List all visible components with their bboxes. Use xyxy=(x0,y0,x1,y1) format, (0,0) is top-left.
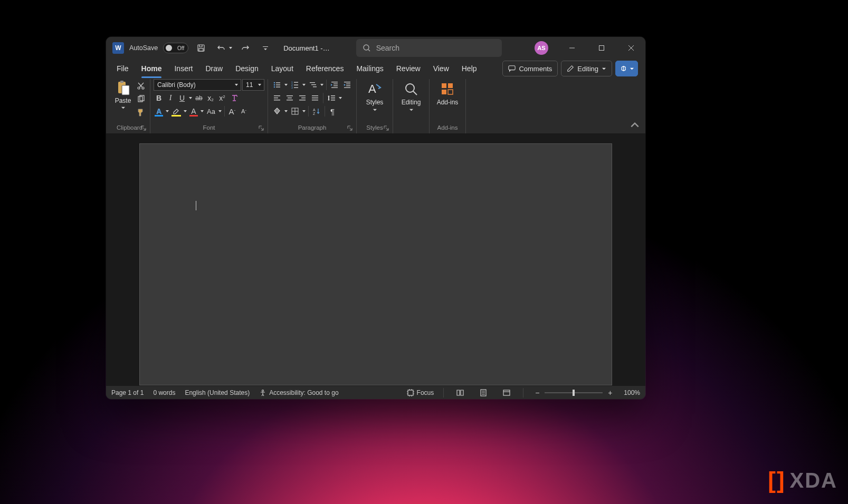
clear-formatting-button[interactable] xyxy=(228,92,240,104)
tab-references[interactable]: References xyxy=(300,59,350,78)
decrease-indent-button[interactable] xyxy=(329,79,340,91)
editing-mode-button[interactable]: Editing xyxy=(561,61,612,76)
underline-button[interactable]: U xyxy=(177,92,187,104)
zoom-thumb[interactable] xyxy=(573,390,575,396)
font-size-select[interactable]: 11 xyxy=(242,79,264,91)
multilevel-dropdown[interactable] xyxy=(320,84,324,86)
share-button[interactable] xyxy=(615,61,638,76)
zoom-out-button[interactable]: − xyxy=(533,389,541,397)
numbering-dropdown[interactable] xyxy=(302,84,306,86)
italic-button[interactable]: I xyxy=(165,92,176,104)
copy-button[interactable] xyxy=(135,93,147,105)
format-painter-button[interactable] xyxy=(135,106,147,118)
underline-dropdown[interactable] xyxy=(188,97,193,99)
svg-rect-25 xyxy=(311,84,316,85)
qat-customize-button[interactable] xyxy=(258,41,273,55)
tab-view[interactable]: View xyxy=(427,59,455,78)
tab-help[interactable]: Help xyxy=(455,59,483,78)
multilevel-button[interactable] xyxy=(307,79,319,91)
tab-review[interactable]: Review xyxy=(390,59,427,78)
subscript-button[interactable]: x2 xyxy=(205,92,216,104)
autosave-toggle[interactable]: Off xyxy=(163,43,188,53)
svg-rect-38 xyxy=(287,95,293,96)
svg-rect-21 xyxy=(294,85,298,85)
redo-button[interactable] xyxy=(238,41,253,55)
align-left-button[interactable] xyxy=(271,92,283,104)
tab-design[interactable]: Design xyxy=(229,59,265,78)
cut-button[interactable] xyxy=(135,80,147,92)
zoom-slider[interactable] xyxy=(545,392,603,393)
tab-file[interactable]: File xyxy=(110,59,135,78)
borders-button[interactable] xyxy=(289,105,301,117)
highlight-button[interactable] xyxy=(170,105,182,117)
tab-insert[interactable]: Insert xyxy=(168,59,199,78)
tab-draw[interactable]: Draw xyxy=(199,59,229,78)
superscript-button[interactable]: x2 xyxy=(217,92,227,104)
increase-indent-button[interactable] xyxy=(341,79,353,91)
tab-home[interactable]: Home xyxy=(135,59,168,78)
grow-font-button[interactable]: Aˇ xyxy=(227,105,237,117)
text-effects-dropdown[interactable] xyxy=(165,110,169,112)
highlight-dropdown[interactable] xyxy=(183,110,187,112)
styles-button[interactable]: A Styles xyxy=(360,79,389,114)
align-right-button[interactable] xyxy=(297,92,308,104)
svg-rect-3 xyxy=(599,46,604,51)
shading-button[interactable] xyxy=(271,105,283,117)
read-mode-button[interactable] xyxy=(453,387,467,398)
user-avatar[interactable]: AS xyxy=(535,41,548,55)
change-case-dropdown[interactable] xyxy=(218,110,222,112)
clipboard-launcher[interactable] xyxy=(140,125,147,131)
editing-button[interactable]: Editing xyxy=(396,79,426,114)
font-color-button[interactable]: A xyxy=(188,105,199,117)
zoom-level[interactable]: 100% xyxy=(624,389,640,396)
document-page[interactable] xyxy=(139,143,612,385)
shading-dropdown[interactable] xyxy=(284,110,288,112)
bullets-dropdown[interactable] xyxy=(284,84,288,86)
change-case-button[interactable]: Aa xyxy=(205,105,217,117)
undo-dropdown[interactable] xyxy=(228,47,233,49)
print-layout-button[interactable] xyxy=(477,387,490,398)
document-title[interactable]: Document1 -… xyxy=(283,44,329,52)
status-words[interactable]: 0 words xyxy=(153,389,175,396)
line-spacing-button[interactable] xyxy=(326,92,337,104)
xda-logo-icon: [] xyxy=(768,467,785,493)
comments-button[interactable]: Comments xyxy=(502,61,558,76)
shrink-font-button[interactable]: Aˇ xyxy=(239,105,249,117)
line-spacing-dropdown[interactable] xyxy=(338,97,342,99)
font-launcher[interactable] xyxy=(258,125,264,131)
status-page[interactable]: Page 1 of 1 xyxy=(111,389,144,396)
search-box[interactable]: Search xyxy=(356,39,502,57)
justify-button[interactable] xyxy=(309,92,321,104)
zoom-in-button[interactable]: + xyxy=(606,389,614,397)
addins-button[interactable]: Add-ins xyxy=(433,79,462,108)
paragraph-group-label: Paragraph xyxy=(298,124,327,131)
text-effects-button[interactable]: A xyxy=(154,105,164,117)
tab-layout[interactable]: Layout xyxy=(265,59,300,78)
svg-rect-33 xyxy=(346,85,350,86)
styles-icon: A xyxy=(367,81,383,97)
bold-button[interactable]: B xyxy=(154,92,164,104)
maximize-button[interactable] xyxy=(589,37,614,59)
font-name-select[interactable]: Calibri (Body) xyxy=(154,79,241,91)
status-language[interactable]: English (United States) xyxy=(185,389,250,396)
web-layout-button[interactable] xyxy=(500,387,513,398)
strikethrough-button[interactable]: ab xyxy=(194,92,204,104)
sort-button[interactable]: AZ xyxy=(311,105,322,117)
undo-button[interactable] xyxy=(214,41,228,55)
paste-button[interactable]: Paste xyxy=(112,79,134,111)
paragraph-launcher[interactable] xyxy=(347,125,353,131)
numbering-button[interactable]: 123 xyxy=(289,79,301,91)
collapse-ribbon-button[interactable] xyxy=(630,120,640,130)
close-button[interactable] xyxy=(619,37,643,59)
bullets-button[interactable] xyxy=(271,79,283,91)
save-button[interactable] xyxy=(194,41,208,55)
status-accessibility[interactable]: Accessibility: Good to go xyxy=(259,389,338,396)
align-center-button[interactable] xyxy=(284,92,296,104)
show-marks-button[interactable]: ¶ xyxy=(327,105,338,117)
tab-mailings[interactable]: Mailings xyxy=(350,59,389,78)
borders-dropdown[interactable] xyxy=(302,110,306,112)
font-color-dropdown[interactable] xyxy=(200,110,204,112)
focus-mode-button[interactable]: Focus xyxy=(407,389,434,396)
styles-launcher[interactable] xyxy=(383,125,389,131)
minimize-button[interactable] xyxy=(560,37,584,59)
